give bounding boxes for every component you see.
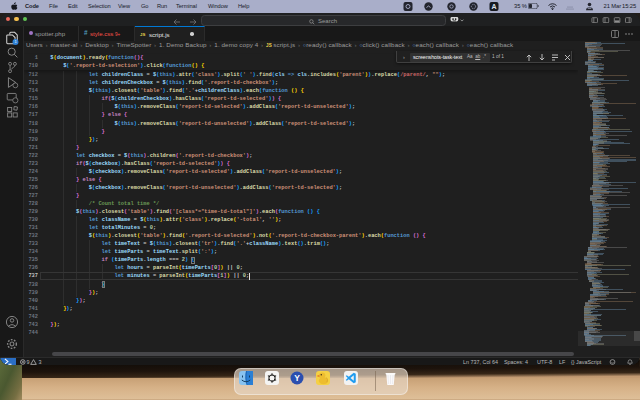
svg-text:Y: Y [294,373,300,383]
svg-text:A: A [492,3,497,10]
